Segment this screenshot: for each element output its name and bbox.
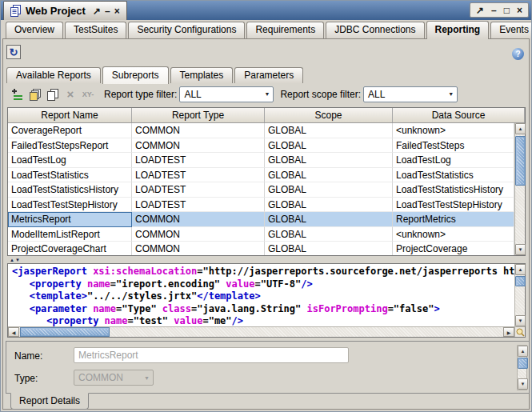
export-report-button[interactable]: ↻ [6, 45, 21, 59]
tab-parameters[interactable]: Parameters [234, 67, 303, 83]
tab-jdbc-connections[interactable]: JDBC Connections [326, 22, 424, 38]
xml-line: <jasperReport xsi:schemaLocation="http:/… [12, 266, 514, 278]
xml-token: xsi:schemaLocation [87, 266, 197, 277]
tab-report-details[interactable]: Report Details [10, 393, 89, 410]
scrollbar-thumb[interactable] [515, 136, 526, 186]
table-row[interactable]: FailedTestStepsReportCOMMONGLOBALFailedT… [8, 138, 514, 154]
app-window: Web Project ↗ – × ↗ – □ × OverviewTestSu… [0, 0, 532, 412]
help-button[interactable]: ? [512, 48, 524, 60]
name-input[interactable] [74, 347, 349, 363]
editor-vscrollbar[interactable]: ▲ ▼ [514, 264, 525, 326]
help-icon: ? [515, 50, 520, 58]
table-cell: <unknown> [393, 227, 514, 242]
table-row[interactable]: CoverageReportCOMMONGLOBAL<unknown> [8, 123, 514, 138]
type-select[interactable]: COMMON ▼ [74, 370, 154, 386]
clone-subreport-button[interactable] [27, 87, 43, 102]
scroll-down-button[interactable]: ▼ [515, 315, 526, 326]
tab-requirements[interactable]: Requirements [246, 22, 324, 38]
table-cell: LoadTestStatisticsHistory [8, 182, 132, 198]
xml-line: <property name="test" value="me"/> [12, 315, 514, 326]
table-cell: CoverageReport [8, 123, 132, 138]
column-header-report-type[interactable]: Report Type [132, 108, 265, 122]
table-row[interactable]: ProjectCoverageChartCOMMONGLOBALProjectC… [8, 242, 514, 255]
table-row[interactable]: MetricsReportCOMMONGLOBALReportMetrics [8, 212, 514, 227]
table-cell: GLOBAL [265, 198, 393, 213]
scroll-right-button[interactable]: ▶ [503, 327, 514, 337]
scroll-left-button[interactable]: ◀ [8, 327, 19, 337]
scrollbar-thumb[interactable] [515, 276, 526, 286]
table-cell: LoadTestStatistics [8, 168, 132, 183]
table-cell: GLOBAL [265, 153, 393, 168]
main-tab-bar: OverviewTestSuitesSecurity Configuration… [2, 20, 530, 38]
close-button[interactable]: × [517, 5, 522, 16]
xml-token: <property [12, 278, 82, 290]
document-tab[interactable]: Web Project ↗ – × [3, 1, 127, 20]
scrollbar-thumb[interactable] [20, 327, 110, 337]
xml-token: /> [232, 315, 243, 326]
tab-reporting[interactable]: Reporting [426, 21, 490, 39]
tab-subreports[interactable]: Subreports [102, 66, 169, 84]
scrollbar-thumb[interactable] [518, 358, 528, 369]
scroll-down-button[interactable]: ▼ [518, 378, 528, 390]
column-header-scope[interactable]: Scope [265, 108, 393, 122]
frame-restore-button[interactable]: ↗ [93, 6, 101, 16]
frame-minimize-button[interactable]: – [105, 6, 110, 16]
editor-hscrollbar[interactable]: ◀ ▶ [8, 326, 514, 337]
tab-events[interactable]: Events [490, 22, 532, 38]
restore-button[interactable]: ↗ [476, 5, 484, 16]
xml-editor-code[interactable]: <jasperReport xsi:schemaLocation="http:/… [8, 264, 514, 326]
report-details-panel: Name: Type: COMMON ▼ ▲ ▼ [6, 341, 530, 394]
table-cell: ProjectCoverage [393, 242, 514, 255]
edit-parameters-button[interactable]: XY- [80, 87, 96, 102]
xml-token: <parameter [12, 303, 87, 314]
table-row[interactable]: LoadTestStatisticsLOADTESTGLOBALLoadTest… [8, 168, 514, 183]
scope-filter-select[interactable]: ALL ▼ [363, 86, 458, 102]
xml-token: name [87, 303, 116, 314]
table-row[interactable]: LoadTestStatisticsHistoryLOADTESTGLOBALL… [8, 182, 514, 198]
xml-line: <parameter name="Type" class="java.lang.… [12, 303, 514, 316]
delete-subreport-button[interactable]: × [62, 87, 78, 102]
add-subreport-button[interactable] [10, 87, 26, 102]
type-filter-select[interactable]: ALL ▼ [179, 86, 274, 102]
column-header-data-source[interactable]: Data Source [393, 108, 525, 122]
scroll-down-button[interactable]: ▼ [515, 244, 526, 255]
table-cell: MetricsReport [8, 212, 132, 227]
table-cell: LoadTestStatisticsHistory [393, 182, 514, 198]
tab-testsuites[interactable]: TestSuites [65, 22, 126, 38]
refresh-icon: ↻ [10, 46, 18, 58]
xml-token: /> [301, 278, 312, 290]
tab-security-configurations[interactable]: Security Configurations [128, 22, 245, 38]
table-cell: GLOBAL [265, 138, 393, 154]
table-cell: ProjectCoverageChart [8, 242, 132, 255]
details-vscrollbar[interactable]: ▲ ▼ [517, 345, 527, 390]
table-cell: ModelItemListReport [8, 227, 132, 242]
table-header: Report NameReport TypeScopeData Source [8, 108, 525, 123]
table-cell: COMMON [132, 242, 265, 255]
table-vscrollbar[interactable]: ▲ ▼ [514, 123, 525, 255]
table-row[interactable]: ModelItemListReportCOMMONGLOBAL<unknown> [8, 227, 514, 242]
xml-token: ="ireport.encoding" [110, 278, 220, 290]
column-header-report-name[interactable]: Report Name [8, 108, 132, 122]
table-cell: LoadTestLog [8, 153, 132, 168]
table-cell: <unknown> [393, 123, 514, 138]
collapse-down-icon[interactable]: ▼ [15, 258, 20, 262]
split-divider[interactable]: ▲ ▼ [7, 257, 526, 263]
frame-close-button[interactable]: × [114, 6, 120, 16]
xml-editor[interactable]: <jasperReport xsi:schemaLocation="http:/… [7, 263, 526, 338]
xml-token: value [168, 315, 202, 326]
table-row[interactable]: LoadTestTestStepHistoryLOADTESTGLOBALLoa… [8, 198, 514, 213]
collapse-up-icon[interactable]: ▲ [10, 258, 14, 262]
tab-overview[interactable]: Overview [6, 22, 63, 38]
editor-corner[interactable] [514, 326, 525, 337]
minimize-button[interactable]: – [491, 5, 497, 16]
copy-subreport-button[interactable] [45, 87, 61, 102]
tab-available-reports[interactable]: Available Reports [6, 67, 101, 83]
table-row[interactable]: LoadTestLogLOADTESTGLOBALLoadTestLog [8, 153, 514, 168]
scroll-up-button[interactable]: ▲ [518, 346, 528, 357]
maximize-button[interactable]: □ [504, 5, 510, 16]
scroll-up-button[interactable]: ▲ [515, 264, 526, 275]
tab-templates[interactable]: Templates [170, 67, 234, 83]
window-controls: ↗ – □ × [470, 2, 529, 18]
chevron-down-icon: ▼ [144, 375, 150, 381]
scroll-up-button[interactable]: ▲ [515, 123, 526, 134]
